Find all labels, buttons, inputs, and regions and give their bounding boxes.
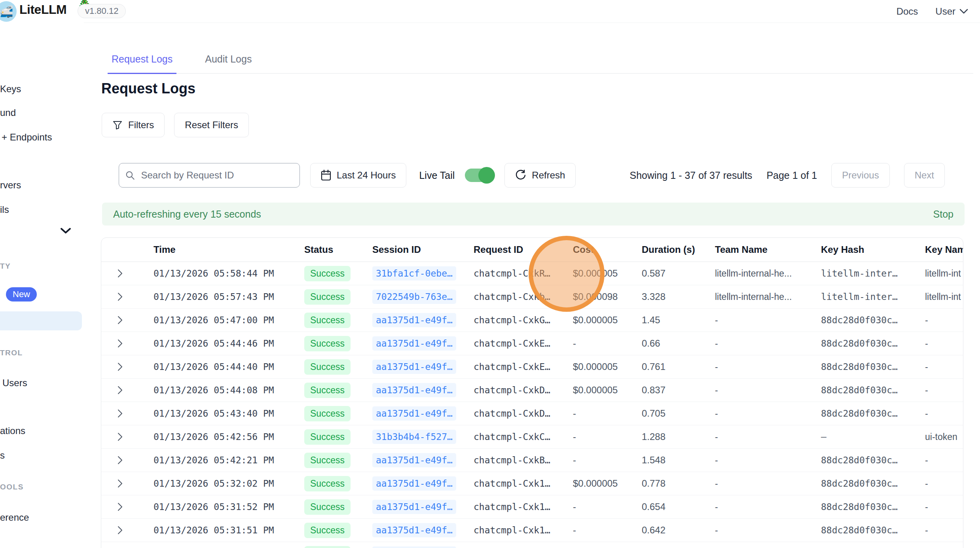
- key-hash-cell: litellm-inter…: [821, 268, 925, 279]
- session-id-link[interactable]: aa1375d1-e49f…: [372, 476, 456, 491]
- session-id-link[interactable]: aa1375d1-e49f…: [372, 313, 456, 327]
- row-expand-chevron[interactable]: [101, 525, 154, 535]
- sidebar-item-keys[interactable]: Keys: [0, 83, 21, 95]
- session-id-link[interactable]: 31b3b4b4-f527…: [372, 430, 456, 444]
- key-hash-cell: 88dc28d0f030c…: [821, 338, 925, 349]
- duration-cell: 1.548: [642, 455, 715, 466]
- session-id-cell: aa1375d1-e49f…: [372, 336, 474, 351]
- sidebar-item-guardrails[interactable]: ils: [0, 204, 9, 215]
- status-badge: Success: [304, 336, 351, 351]
- filters-button[interactable]: Filters: [102, 113, 165, 137]
- col-header-time: Time: [154, 244, 304, 255]
- sidebar-item-users[interactable]: Users: [2, 377, 27, 389]
- sidebar-item-selected-logs[interactable]: [0, 311, 82, 330]
- row-expand-chevron[interactable]: [101, 502, 154, 512]
- session-id-cell: aa1375d1-e49f…: [372, 360, 474, 374]
- session-id-link[interactable]: 31bfa1cf-0ebe…: [372, 266, 456, 281]
- session-id-link[interactable]: aa1375d1-e49f…: [372, 523, 456, 537]
- cost-cell: $0.000005: [573, 361, 642, 372]
- row-expand-chevron[interactable]: [101, 385, 154, 395]
- next-page-label: Next: [915, 170, 934, 181]
- sidebar-section-tools: OOLS: [0, 483, 24, 491]
- sidebar-collapse-chevron-icon[interactable]: [60, 228, 71, 234]
- sidebar-item-teams[interactable]: s: [0, 450, 5, 461]
- refresh-icon: [515, 170, 526, 181]
- request-id-cell: chatcmpl-CxkR…: [474, 268, 573, 279]
- key-hash-cell: 88dc28d0f030c…: [821, 525, 925, 535]
- request-id-cell: chatcmpl-CxkD…: [474, 385, 573, 395]
- row-expand-chevron[interactable]: [101, 479, 154, 488]
- table-row: 01/13/2026 05:31:52 PMSuccessaa1375d1-e4…: [101, 495, 963, 519]
- key-hash-cell: litellm-inter…: [821, 292, 925, 302]
- main-content: Request Logs Audit Logs Request Logs Fil…: [101, 23, 980, 548]
- row-expand-chevron[interactable]: [101, 409, 154, 418]
- table-row: 01/13/2026 05:31:38 PMSuccessaa1375d1-e4…: [101, 542, 963, 548]
- key-name-cell: -: [925, 362, 963, 372]
- table-header-row: Time Status Session ID Request ID Cost D…: [101, 238, 963, 262]
- cost-cell: $0.000005: [573, 478, 642, 489]
- time-cell: 01/13/2026 05:44:40 PM: [154, 362, 304, 372]
- row-expand-chevron[interactable]: [101, 362, 154, 372]
- row-expand-chevron[interactable]: [101, 455, 154, 465]
- time-range-label: Last 24 Hours: [337, 170, 396, 181]
- session-id-link[interactable]: aa1375d1-e49f…: [372, 360, 456, 374]
- key-name-cell: -: [925, 338, 963, 349]
- previous-page-button[interactable]: Previous: [831, 163, 889, 188]
- sidebar-item-organizations[interactable]: ations: [0, 425, 25, 436]
- duration-cell: 1.45: [642, 315, 715, 326]
- cost-cell: $0.000005: [573, 315, 642, 326]
- row-expand-chevron[interactable]: [101, 339, 154, 348]
- cost-cell: -: [573, 431, 642, 442]
- sidebar-item-playground[interactable]: und: [0, 107, 16, 118]
- session-id-cell: 31bfa1cf-0ebe…: [372, 266, 474, 281]
- refresh-button[interactable]: Refresh: [504, 163, 576, 188]
- team-name-cell: -: [715, 315, 821, 326]
- row-expand-chevron[interactable]: [101, 432, 154, 442]
- live-tail-toggle[interactable]: [465, 169, 494, 182]
- team-name-cell: litellm-internal-he...: [715, 292, 821, 302]
- sidebar-item-endpoints[interactable]: + Endpoints: [2, 132, 52, 143]
- row-expand-chevron[interactable]: [101, 315, 154, 325]
- session-id-cell: aa1375d1-e49f…: [372, 313, 474, 327]
- tab-audit-logs[interactable]: Audit Logs: [201, 53, 256, 73]
- status-cell: Success: [304, 453, 372, 468]
- new-badge: New: [6, 287, 37, 301]
- sidebar-item-servers[interactable]: rvers: [0, 180, 21, 191]
- row-expand-chevron[interactable]: [101, 292, 154, 301]
- docs-link[interactable]: Docs: [897, 6, 918, 17]
- session-id-link[interactable]: aa1375d1-e49f…: [372, 500, 456, 514]
- sidebar-item-api-reference[interactable]: erence: [0, 512, 29, 523]
- session-id-link[interactable]: aa1375d1-e49f…: [372, 336, 456, 351]
- status-badge: Success: [304, 546, 351, 548]
- team-name-cell: -: [715, 502, 821, 512]
- time-cell: 01/13/2026 05:31:51 PM: [154, 525, 304, 535]
- team-name-cell: -: [715, 338, 821, 349]
- time-cell: 01/13/2026 05:31:52 PM: [154, 502, 304, 512]
- session-id-link[interactable]: aa1375d1-e49f…: [372, 406, 456, 421]
- search-input[interactable]: [140, 169, 293, 181]
- reset-filters-button-label: Reset Filters: [185, 119, 238, 131]
- session-id-link[interactable]: aa1375d1-e49f…: [372, 453, 456, 467]
- status-cell: Success: [304, 266, 372, 281]
- status-badge: Success: [304, 383, 351, 398]
- session-id-link[interactable]: aa1375d1-e49f…: [372, 546, 456, 548]
- status-cell: Success: [304, 499, 372, 515]
- stop-auto-refresh-link[interactable]: Stop: [933, 209, 953, 220]
- next-page-button[interactable]: Next: [904, 163, 945, 188]
- table-row: 01/13/2026 05:32:02 PMSuccessaa1375d1-e4…: [101, 472, 963, 495]
- time-range-button[interactable]: Last 24 Hours: [310, 163, 406, 188]
- user-menu[interactable]: User: [935, 6, 968, 17]
- request-id-cell: chatcmpl-CxkB…: [474, 455, 573, 465]
- cost-cell: $0.000005: [573, 268, 642, 279]
- session-id-link[interactable]: aa1375d1-e49f…: [372, 383, 456, 397]
- status-cell: Success: [304, 383, 372, 398]
- key-hash-cell: 88dc28d0f030c…: [821, 478, 925, 489]
- key-hash-cell: 88dc28d0f030c…: [821, 502, 925, 512]
- reset-filters-button[interactable]: Reset Filters: [174, 113, 249, 137]
- session-id-link[interactable]: 7022549b-763e…: [372, 290, 456, 304]
- row-expand-chevron[interactable]: [101, 269, 154, 278]
- table-row: 01/13/2026 05:43:40 PMSuccessaa1375d1-e4…: [101, 402, 963, 425]
- cost-cell: -: [573, 408, 642, 419]
- request-id-cell: chatcmpl-Cxk1…: [474, 525, 573, 535]
- tab-request-logs[interactable]: Request Logs: [108, 53, 176, 74]
